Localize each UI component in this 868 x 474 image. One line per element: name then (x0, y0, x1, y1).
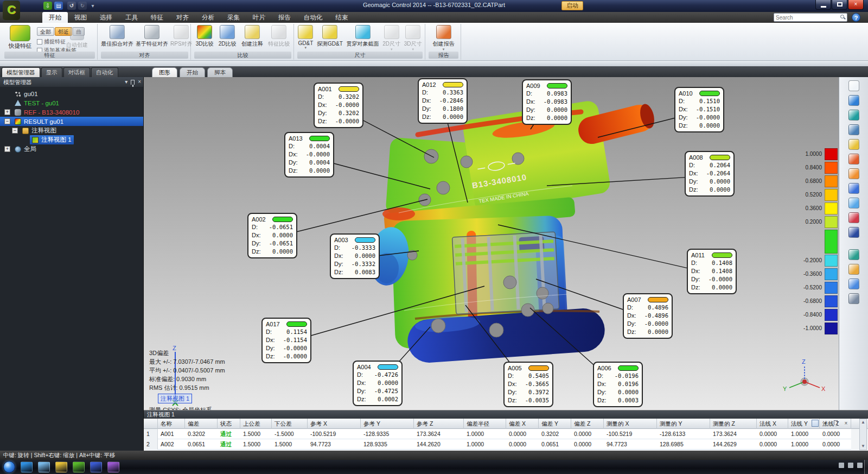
callout-A011[interactable]: A011D:0.1408Dx:0.1408Dy:-0.0000Dz:0.0000 (687, 249, 737, 294)
table-row-2[interactable]: 2A0020.0651通过1.50001.500094.7723128.9335… (144, 439, 851, 450)
callout-A017[interactable]: A017D:0.1154Dx:-0.1154Dy:-0.0000Dz:-0.00… (261, 318, 311, 363)
auto-create-button[interactable]: 自动创建 (63, 27, 91, 49)
right-toolbar-icon-15[interactable] (848, 293, 859, 304)
callout-A005[interactable]: A005D:0.5405Dx:-0.3665Dy:0.3972Dz:-0.003… (503, 362, 553, 407)
ribbon-tab-10[interactable]: 报告 (272, 12, 297, 23)
column-header-7[interactable]: 参考 Y (361, 419, 414, 429)
dropdown-arrow-icon[interactable]: ▾ (443, 48, 445, 51)
panel-dropdown-icon[interactable]: ▾ (125, 77, 127, 87)
ribbon-tab-8[interactable]: 采集 (221, 12, 246, 23)
panel-tab-4[interactable]: 自动化 (91, 67, 118, 77)
right-toolbar-icon-9[interactable] (848, 198, 859, 208)
tree-expander-icon[interactable]: + (4, 109, 10, 115)
ribbon-button-GD&T[interactable]: GD&T▾ (297, 24, 314, 52)
view-tab-3[interactable]: 脚本 (207, 67, 233, 77)
snap-feature-checkbox[interactable]: 捕捉特征 (37, 37, 66, 46)
ribbon-button-基于特征对齐[interactable]: 基于特征对齐 (135, 24, 169, 48)
tree-item-2[interactable]: TEST - gu01 (0, 98, 143, 108)
table-row-1[interactable]: 1A0010.3202通过1.5000-1.5000-100.5219-128.… (144, 429, 851, 439)
right-toolbar-icon-13[interactable] (848, 264, 859, 275)
quick-access-dropdown-icon[interactable]: ▾ (90, 2, 95, 10)
column-header-11[interactable]: 偏差 Y (539, 419, 571, 429)
ribbon-button-创建报告[interactable]: 创建报告▾ (432, 24, 456, 52)
ribbon-tab-9[interactable]: 叶片 (246, 12, 272, 23)
right-toolbar-icon-7[interactable] (848, 168, 859, 179)
right-toolbar-icon-2[interactable] (848, 95, 859, 106)
minimize-button[interactable] (815, 0, 831, 10)
redo-icon[interactable]: ↻ (78, 2, 87, 10)
dropdown-arrow-icon[interactable]: ▾ (305, 46, 307, 49)
column-header-16[interactable]: 法线 X (757, 419, 788, 429)
right-toolbar-icon-6[interactable] (848, 154, 859, 165)
scroll-down-icon[interactable]: ▼ (860, 443, 866, 450)
ribbon-button-探测GD&T[interactable]: 探测GD&T (316, 24, 344, 52)
ribbon-button-3D比较[interactable]: 3D比较 (195, 24, 215, 48)
callout-A002[interactable]: A002D:-0.0651Dx:0.0000Dy:-0.0651Dz:0.000… (247, 213, 297, 258)
right-toolbar-icon-11[interactable] (848, 227, 859, 238)
taskbar-icon-6[interactable] (107, 462, 119, 472)
table-dropdown-icon[interactable]: ▾ (822, 420, 829, 427)
right-toolbar-icon-8[interactable] (848, 183, 859, 194)
taskbar-icon-5[interactable] (90, 462, 102, 472)
tree-expander-icon[interactable]: + (4, 146, 10, 152)
ribbon-tab-5[interactable]: 特征 (144, 12, 170, 23)
view-tab-1[interactable]: 图形 (152, 67, 177, 77)
search-icon[interactable] (840, 15, 846, 20)
callout-A008[interactable]: A008D:0.2064Dx:-0.2064Dy:0.0000Dz:0.0000 (685, 151, 735, 197)
right-toolbar-icon-4[interactable] (848, 124, 859, 135)
ribbon-tab-3[interactable]: 选择 (93, 12, 119, 23)
ribbon-button-2D比较[interactable]: 2D比较 (218, 24, 238, 48)
panel-tab-1[interactable]: 模型管理器 (2, 67, 40, 77)
tray-icon-2[interactable] (848, 463, 853, 468)
tree-item-7[interactable]: +全局 (0, 144, 143, 154)
callout-A003[interactable]: A003D:-0.3333Dx:0.0000Dy:-0.3332Dz:0.008… (330, 233, 380, 279)
column-header-8[interactable]: 参考 Z (414, 419, 464, 429)
right-toolbar-icon-3[interactable] (848, 110, 859, 121)
column-header-10[interactable]: 偏差 X (506, 419, 539, 429)
ribbon-button-贯穿对象截面[interactable]: 贯穿对象截面 (346, 24, 380, 52)
ribbon-tab-11[interactable]: 自动化 (297, 12, 329, 23)
app-logo[interactable]: C (3, 1, 20, 20)
right-toolbar-icon-10[interactable] (848, 212, 859, 223)
ribbon-button-最佳拟合对齐[interactable]: 最佳拟合对齐 (100, 24, 135, 48)
panel-close-icon[interactable]: × (138, 77, 141, 87)
tree-item-5[interactable]: −注释视图 (0, 126, 143, 135)
callout-A009[interactable]: A009D:0.0983Dx:-0.0983Dy:0.0000Dz:0.0000 (522, 79, 572, 125)
column-header-4[interactable]: 上公差 (240, 419, 272, 429)
ribbon-tab-1[interactable]: 开始 (42, 12, 68, 23)
callout-A006[interactable]: A006D:-0.0196Dx:0.0196Dy:0.0000Dz:0.0003 (593, 362, 643, 407)
column-header-13[interactable]: 测量的 X (604, 419, 657, 429)
column-header-1[interactable]: 名称 (158, 419, 185, 429)
ribbon-tab-12[interactable]: 结束 (329, 12, 355, 23)
viewport-3d[interactable]: B13-3408010 TEX MADE IN CHINA Z Z Y X A0… (144, 77, 839, 410)
taskbar-icon-4[interactable] (73, 462, 85, 472)
dropdown-arrow-icon[interactable]: ▾ (391, 48, 393, 51)
launch-badge[interactable]: 启动 (561, 1, 583, 10)
column-header-5[interactable]: 下公差 (272, 419, 308, 429)
table-close-icon[interactable]: × (843, 420, 850, 427)
view-tab-2[interactable]: 开始 (180, 67, 205, 77)
right-toolbar-icon-5[interactable] (848, 139, 859, 150)
save-icon[interactable]: ▤ (54, 2, 63, 10)
tree-item-3[interactable]: +REF - B13-3408010 (0, 108, 143, 117)
callout-A010[interactable]: A010D:0.1510Dx:-0.1510Dy:-0.0000Dz:0.000… (674, 87, 724, 132)
taskbar-icon-1[interactable] (21, 462, 33, 472)
show-desktop-button[interactable] (864, 460, 868, 474)
tree-item-6[interactable]: 注释视图 1 (0, 135, 143, 144)
callout-A012[interactable]: A012D:0.3363Dx:-0.2846Dy:0.1800Dz:0.0000 (418, 78, 468, 124)
column-header-3[interactable]: 状态 (218, 419, 240, 429)
column-header-9[interactable]: 偏差半径 (464, 419, 506, 429)
taskbar-icon-2[interactable] (38, 462, 50, 472)
table-scrollbar[interactable]: ▲ ▼ (859, 419, 867, 450)
ribbon-button-创建注释[interactable]: 创建注释 (240, 24, 264, 48)
column-header-15[interactable]: 测量的 Z (710, 419, 757, 429)
right-toolbar-icon-1[interactable] (848, 80, 859, 91)
callout-A013[interactable]: A013D:0.0004Dx:-0.0000Dy:0.0004Dz:0.0000 (284, 132, 334, 178)
panel-tab-3[interactable]: 对话框 (63, 67, 91, 77)
right-toolbar-icon-12[interactable] (848, 249, 859, 260)
annotation-view-tag[interactable]: 注释视图 1 (158, 394, 192, 403)
help-button[interactable]: ? (852, 13, 860, 22)
axis-triad[interactable]: Z Y X (783, 358, 826, 392)
callout-A004[interactable]: A004D:-0.4726Dx:0.0000Dy:-0.4725Dz:0.000… (353, 361, 403, 406)
column-header-row[interactable] (144, 419, 158, 429)
